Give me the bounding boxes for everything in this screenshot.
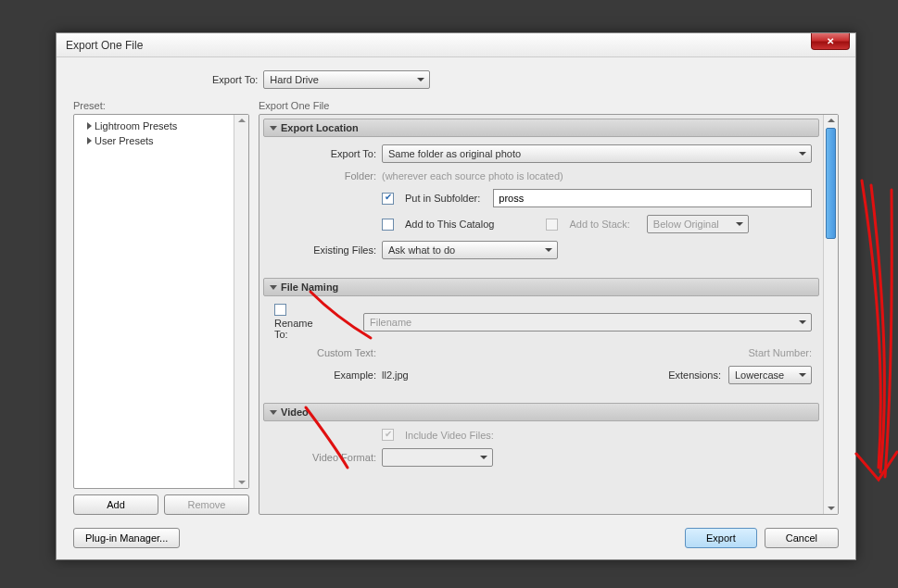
close-button[interactable] [811, 33, 850, 50]
preset-item-label: User Presets [95, 135, 154, 146]
section-export-location-header[interactable]: Export Location [263, 119, 819, 137]
add-to-stack-label: Add to Stack: [569, 219, 629, 230]
section-video-body: Include Video Files: Video Format: [263, 421, 819, 482]
preset-column: Preset: Lightroom Presets User Presets [73, 100, 249, 515]
preset-label: Preset: [73, 100, 249, 111]
export-location-dropdown[interactable]: Same folder as original photo [382, 144, 812, 163]
titlebar: Export One File [57, 33, 855, 57]
custom-text-label: Custom Text: [271, 347, 382, 358]
export-to-label: Export To: [212, 74, 258, 85]
video-format-dropdown [382, 448, 493, 467]
preset-item-label: Lightroom Presets [95, 120, 177, 131]
settings-pane: Export Location Export To: Same folder a… [259, 114, 839, 515]
dialog-footer: Plug-in Manager... Export Cancel [73, 528, 839, 548]
disclosure-icon [87, 122, 92, 130]
video-format-label: Video Format: [271, 452, 382, 463]
start-number-label: Start Number: [749, 347, 812, 358]
example-value: ll2.jpg [382, 369, 409, 381]
preset-scrollbar[interactable] [234, 115, 248, 488]
preset-buttons: Add Remove [73, 494, 249, 515]
plugin-manager-button[interactable]: Plug-in Manager... [73, 528, 180, 548]
subfolder-input[interactable] [493, 189, 812, 207]
settings-column: Export One File Export Location Export T… [259, 100, 839, 515]
put-in-subfolder-checkbox[interactable] [382, 193, 394, 205]
section-title: Video [281, 407, 309, 418]
export-button[interactable]: Export [685, 528, 757, 548]
add-to-catalog-label: Add to This Catalog [405, 219, 494, 230]
remove-preset-button[interactable]: Remove [164, 494, 249, 515]
section-title: File Naming [281, 281, 338, 293]
rename-to-label: Rename To: [274, 318, 313, 340]
window-title: Export One File [66, 39, 143, 52]
existing-files-dropdown[interactable]: Ask what to do [382, 241, 558, 259]
include-video-label: Include Video Files: [405, 430, 494, 441]
section-file-naming-body: Rename To: Filename Custom Text: [263, 296, 819, 399]
preset-item-lightroom[interactable]: Lightroom Presets [76, 119, 247, 133]
put-in-subfolder-label: Put in Subfolder: [405, 193, 480, 204]
rename-template-dropdown: Filename [363, 313, 812, 332]
existing-files-value: Ask what to do [388, 244, 455, 256]
section-export-location-body: Export To: Same folder as original photo… [263, 137, 819, 274]
folder-value: (wherever each source photo is located) [382, 170, 812, 181]
preset-list[interactable]: Lightroom Presets User Presets [73, 114, 249, 489]
chevron-down-icon [270, 410, 277, 415]
preset-item-user[interactable]: User Presets [76, 133, 247, 148]
export-to-value: Hard Drive [270, 74, 319, 85]
extensions-label: Extensions: [668, 369, 721, 381]
export-location-value: Same folder as original photo [388, 148, 521, 159]
export-to-dropdown[interactable]: Hard Drive [263, 70, 430, 89]
middle-area: Preset: Lightroom Presets User Presets [73, 100, 839, 515]
export-to-row: Export To: Hard Drive [73, 70, 839, 89]
settings-scrollbar[interactable] [823, 115, 838, 514]
settings-label: Export One File [259, 100, 839, 111]
section-title: Export Location [281, 122, 359, 133]
rename-template-value: Filename [370, 317, 411, 328]
section-file-naming-header[interactable]: File Naming [263, 278, 819, 296]
stack-position-value: Below Original [653, 219, 719, 230]
include-video-checkbox [382, 429, 394, 441]
extensions-dropdown[interactable]: Lowercase [728, 366, 812, 384]
stack-position-dropdown: Below Original [647, 215, 749, 233]
chevron-down-icon [270, 126, 277, 131]
add-to-catalog-checkbox[interactable] [382, 219, 394, 231]
export-to-folder-label: Export To: [271, 148, 382, 159]
cancel-button[interactable]: Cancel [765, 528, 839, 548]
section-video-header[interactable]: Video [263, 403, 819, 421]
scrollbar-thumb[interactable] [826, 128, 836, 239]
disclosure-icon [87, 137, 92, 144]
example-label: Example: [271, 369, 382, 381]
folder-label: Folder: [271, 170, 382, 181]
dialog-content: Export To: Hard Drive Preset: Lightroom … [57, 57, 855, 559]
rename-to-checkbox[interactable] [274, 304, 286, 316]
existing-files-label: Existing Files: [271, 244, 382, 256]
extensions-value: Lowercase [735, 369, 784, 381]
add-preset-button[interactable]: Add [73, 494, 158, 515]
add-to-stack-checkbox [546, 219, 558, 231]
export-dialog: Export One File Export To: Hard Drive Pr… [56, 32, 856, 560]
chevron-down-icon [270, 285, 277, 290]
